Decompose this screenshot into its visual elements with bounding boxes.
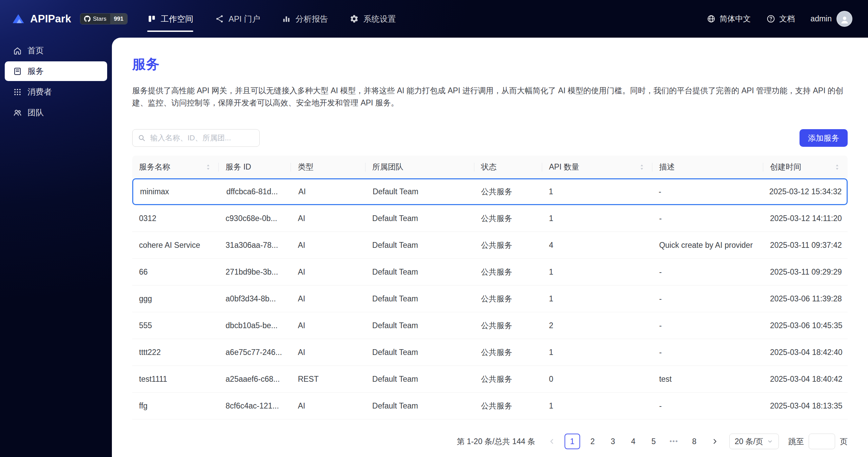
page-button[interactable]: 8 — [687, 434, 702, 449]
prev-page-button[interactable] — [544, 434, 560, 449]
cell-created: 2025-03-04 18:13:35 — [763, 393, 848, 419]
cell-name: cohere AI Service — [132, 232, 219, 258]
column-header-team: 所属团队 — [366, 156, 474, 178]
table-row[interactable]: 555dbcb10a5-be...AIDefault Team公共服务2-202… — [132, 312, 848, 339]
page-description: 服务提供了高性能 API 网关，并且可以无缝接入多种大型 AI 模型，并将这些 … — [132, 84, 848, 109]
cell-status: 公共服务 — [474, 205, 542, 232]
search-box — [132, 129, 260, 147]
github-stars-label: Stars — [80, 14, 110, 24]
cell-name: ggg — [132, 285, 219, 312]
chevron-left-icon — [548, 438, 556, 445]
sidebar-item-teams[interactable]: 团队 — [5, 103, 107, 122]
brand: APIPark Stars 991 — [11, 12, 127, 26]
topnav-item-workspace[interactable]: 工作空间 — [147, 0, 193, 38]
sidebar-item-services[interactable]: 服务 — [5, 61, 107, 81]
cell-desc: - — [652, 285, 763, 312]
column-header-id: 服务 ID — [219, 156, 291, 178]
cell-type: AI — [291, 232, 365, 258]
avatar — [836, 11, 852, 27]
next-page-button[interactable] — [707, 434, 723, 449]
cell-api_count: 0 — [542, 366, 652, 392]
sidebar: 首页 服务 消费者 团队 — [0, 38, 112, 457]
column-label: 描述 — [659, 162, 675, 172]
cell-status: 公共服务 — [474, 285, 542, 312]
cell-status: 公共服务 — [474, 179, 542, 204]
column-label: 服务名称 — [139, 162, 170, 172]
cell-created: 2025-03-11 09:37:42 — [763, 232, 848, 258]
cell-name: 0312 — [132, 205, 219, 232]
cell-status: 公共服务 — [474, 339, 542, 365]
pagination-total: 第 1-20 条/总共 144 条 — [457, 436, 535, 447]
page-button-active[interactable]: 1 — [565, 434, 580, 449]
page-ellipsis[interactable]: ••• — [666, 434, 682, 449]
page-button[interactable]: 3 — [605, 434, 621, 449]
table-row[interactable]: tttt222a6e75c77-246...AIDefault Team公共服务… — [132, 339, 848, 366]
cell-id: 8cf6c4ac-121... — [219, 393, 291, 419]
column-header-name[interactable]: 服务名称 — [132, 156, 219, 178]
table-row[interactable]: cohere AI Service31a306aa-78...AIDefault… — [132, 232, 848, 259]
cell-api_count: 1 — [542, 285, 652, 312]
cell-team: Default Team — [366, 259, 474, 285]
column-header-created[interactable]: 创建时间 — [763, 156, 848, 178]
sidebar-item-consumers[interactable]: 消费者 — [5, 82, 107, 102]
table-row[interactable]: test1111a25aaef6-c68...RESTDefault Team公… — [132, 366, 848, 393]
page-button[interactable]: 4 — [626, 434, 641, 449]
cell-type: AI — [291, 259, 365, 285]
table-header-row: 服务名称 服务 ID 类型 所属团队 状态 API 数量 描述 创建时间 — [132, 156, 848, 178]
table-row[interactable]: 0312c930c68e-0b...AIDefault Team公共服务1-20… — [132, 205, 848, 232]
cell-api_count: 1 — [542, 179, 652, 204]
cell-team: Default Team — [366, 393, 474, 419]
add-service-button[interactable]: 添加服务 — [800, 129, 848, 147]
topnav-item-settings[interactable]: 系统设置 — [350, 0, 396, 38]
cell-id: dbcb10a5-be... — [219, 312, 291, 339]
page-button[interactable]: 5 — [646, 434, 662, 449]
pagination: 第 1-20 条/总共 144 条 12345•••8 20 条/页 跳至 页 — [132, 434, 848, 457]
cell-name: tttt222 — [132, 339, 219, 365]
jump-page-input[interactable] — [809, 434, 835, 449]
column-label: 状态 — [481, 162, 497, 172]
toolbar: 添加服务 — [132, 129, 848, 147]
cell-team: Default Team — [366, 232, 474, 258]
cell-api_count: 4 — [542, 232, 652, 258]
page-button[interactable]: 2 — [585, 434, 600, 449]
language-label: 简体中文 — [719, 14, 751, 24]
column-header-type: 类型 — [291, 156, 365, 178]
page-size-select[interactable]: 20 条/页 — [729, 434, 779, 449]
cell-type: AI — [291, 205, 365, 232]
cell-created: 2025-03-12 15:34:32 — [763, 179, 847, 204]
cell-type: AI — [291, 339, 365, 365]
question-icon — [766, 14, 775, 23]
table-row[interactable]: ffg8cf6c4ac-121...AIDefault Team公共服务1-20… — [132, 393, 848, 419]
topnav-item-analytics[interactable]: 分析报告 — [282, 0, 328, 38]
layout: 首页 服务 消费者 团队 服务 服务提供了高性能 API 网关，并且可以无缝接入… — [0, 38, 868, 457]
table-row[interactable]: 66271bd9be-3b...AIDefault Team公共服务1-2025… — [132, 259, 848, 285]
column-header-api_count[interactable]: API 数量 — [542, 156, 652, 178]
cell-name: ffg — [132, 393, 219, 419]
column-label: 类型 — [298, 162, 313, 172]
search-input[interactable] — [132, 129, 260, 147]
topnav-item-api-portal[interactable]: API 门户 — [215, 0, 260, 38]
cell-api_count: 1 — [542, 339, 652, 365]
user-menu[interactable]: admin — [810, 11, 852, 27]
topnav-item-label: 工作空间 — [161, 14, 193, 24]
settings-icon — [350, 14, 359, 23]
sidebar-item-label: 服务 — [27, 66, 44, 77]
username: admin — [810, 14, 832, 23]
github-stars-badge[interactable]: Stars 991 — [80, 13, 127, 24]
cell-status: 公共服务 — [474, 393, 542, 419]
cell-api_count: 1 — [542, 259, 652, 285]
table-row[interactable]: minimaxdffcbca6-81d...AIDefault Team公共服务… — [132, 178, 848, 205]
cell-status: 公共服务 — [474, 312, 542, 339]
cell-status: 公共服务 — [474, 366, 542, 392]
sort-icon — [638, 163, 646, 171]
cell-status: 公共服务 — [474, 232, 542, 258]
docs-link[interactable]: 文档 — [766, 14, 795, 24]
language-switcher[interactable]: 简体中文 — [707, 14, 751, 24]
cell-desc: - — [652, 393, 763, 419]
apipark-app: APIPark Stars 991 工作空间 API 门户 分析报告 系统设置 … — [0, 0, 868, 457]
cell-created: 2025-03-12 14:11:20 — [763, 205, 848, 232]
cell-id: 31a306aa-78... — [219, 232, 291, 258]
sidebar-item-label: 团队 — [27, 107, 44, 118]
sidebar-item-home[interactable]: 首页 — [5, 41, 107, 60]
table-row[interactable]: ggga0bf3d34-8b...AIDefault Team公共服务1-202… — [132, 285, 848, 312]
